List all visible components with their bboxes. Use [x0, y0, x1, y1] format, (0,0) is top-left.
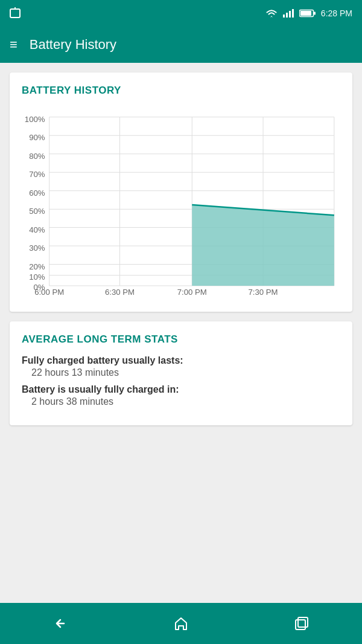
svg-marker-36 [192, 205, 334, 286]
back-icon [52, 615, 69, 632]
svg-text:10%: 10% [29, 272, 45, 282]
signal-icon [282, 8, 294, 18]
svg-text:100%: 100% [25, 115, 45, 124]
toolbar-title: Battery History [30, 37, 116, 53]
svg-text:80%: 80% [29, 152, 45, 161]
status-time: 6:28 PM [321, 8, 352, 18]
svg-rect-5 [292, 9, 294, 18]
status-bar: 6:28 PM [0, 0, 362, 27]
recents-button[interactable] [284, 605, 320, 642]
svg-text:6:30 PM: 6:30 PM [105, 288, 135, 297]
svg-text:7:30 PM: 7:30 PM [248, 288, 278, 297]
recents-icon [293, 615, 310, 632]
svg-rect-4 [289, 11, 291, 18]
main-content: BATTERY HISTORY 100% 90% 80% 70% 60% 50%… [0, 63, 362, 603]
stat-item-1: Battery is usually fully charged in: 2 h… [22, 384, 340, 407]
svg-text:90%: 90% [29, 133, 45, 142]
stat-item-0: Fully charged battery usually lasts: 22 … [22, 355, 340, 378]
toolbar: ≡ Battery History [0, 27, 362, 63]
chart-svg: 100% 90% 80% 70% 60% 50% 40% 30% 20% 10%… [22, 106, 340, 300]
stats-card: AVERAGE LONG TERM STATS Fully charged ba… [10, 321, 352, 425]
stat-label-0: Fully charged battery usually lasts: [22, 355, 340, 366]
stat-label-1: Battery is usually fully charged in: [22, 384, 340, 395]
svg-text:20%: 20% [29, 262, 45, 271]
svg-rect-43 [298, 617, 308, 627]
svg-rect-2 [283, 14, 285, 18]
svg-rect-7 [314, 12, 316, 15]
back-button[interactable] [42, 605, 78, 642]
battery-history-title: BATTERY HISTORY [22, 85, 340, 97]
svg-text:60%: 60% [29, 188, 45, 198]
battery-icon [299, 9, 316, 18]
bottom-nav [0, 603, 362, 644]
stats-card-title: AVERAGE LONG TERM STATS [22, 333, 340, 346]
svg-text:30%: 30% [29, 243, 45, 253]
battery-history-card: BATTERY HISTORY 100% 90% 80% 70% 60% 50%… [10, 72, 352, 312]
svg-rect-3 [286, 13, 288, 18]
stat-value-1: 2 hours 38 minutes [22, 396, 340, 407]
svg-text:40%: 40% [29, 225, 45, 234]
svg-rect-42 [296, 620, 305, 630]
stat-value-0: 22 hours 13 minutes [22, 367, 340, 378]
svg-rect-8 [300, 11, 311, 16]
svg-text:50%: 50% [29, 207, 45, 216]
home-button[interactable] [163, 605, 199, 642]
svg-text:6:00 PM: 6:00 PM [34, 288, 64, 297]
battery-chart: 100% 90% 80% 70% 60% 50% 40% 30% 20% 10%… [22, 106, 340, 300]
status-icons: 6:28 PM [265, 8, 352, 18]
wifi-icon [265, 8, 278, 18]
hamburger-menu-icon[interactable]: ≡ [10, 37, 17, 53]
svg-text:70%: 70% [29, 170, 45, 179]
svg-rect-0 [10, 9, 20, 18]
svg-text:7:00 PM: 7:00 PM [177, 288, 207, 297]
power-icon [8, 7, 22, 20]
home-icon [173, 615, 189, 632]
